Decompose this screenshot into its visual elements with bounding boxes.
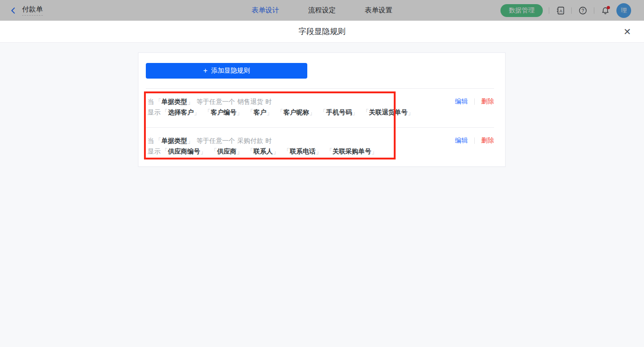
shown-field: 「供应商」 [211, 146, 243, 157]
shown-field: 「联系人」 [247, 146, 279, 157]
topbar: 付款单 表单设计 流程设定 表单设置 数据管理 A ? [0, 0, 644, 21]
divider [549, 7, 549, 14]
operator: 等于任意一个 [196, 98, 235, 105]
bracket: 」 [187, 137, 194, 144]
rule-description: 当「单据类型」等于任意一个采购付款时 显示「供应商编号」「供应商」「联系人」「联… [146, 136, 455, 157]
tab-process-settings[interactable]: 流程设定 [308, 6, 336, 15]
shown-field: 「客户昵称」 [277, 107, 316, 118]
condition-value: 采购付款 [237, 137, 263, 144]
modal-content: + 添加显隐规则 当「单据类型」等于任意一个销售退货时 显示「选择客户」「客户编… [0, 43, 644, 347]
bracket: 」 [187, 98, 194, 105]
back-icon[interactable] [9, 6, 17, 15]
add-rule-button[interactable]: + 添加显隐规则 [146, 63, 307, 79]
data-manage-button[interactable]: 数据管理 [500, 4, 543, 17]
divider [594, 7, 594, 14]
topbar-right: 数据管理 A ? [500, 3, 644, 18]
delete-rule-link[interactable]: 删除 [481, 137, 494, 145]
topbar-left: 付款单 [0, 5, 43, 16]
shown-field: 「客户」 [247, 107, 273, 118]
modal-header: 字段显隐规则 ✕ [0, 21, 644, 43]
shown-field: 「手机号码」 [320, 107, 358, 118]
plus-icon: + [203, 67, 207, 74]
rules-card: + 添加显隐规则 当「单据类型」等于任意一个销售退货时 显示「选择客户」「客户编… [138, 52, 506, 167]
bell-icon[interactable] [600, 6, 610, 16]
avatar[interactable]: 理 [616, 3, 631, 18]
shown-field: 「选择客户」 [161, 107, 200, 118]
when-prefix: 当 [148, 137, 154, 144]
show-prefix: 显示 [148, 108, 161, 116]
rule-description: 当「单据类型」等于任意一个销售退货时 显示「选择客户」「客户编号」「客户」「客户… [146, 97, 455, 118]
shown-field: 「客户编号」 [204, 107, 243, 118]
page: 付款单 表单设计 流程设定 表单设置 数据管理 A ? [0, 0, 644, 347]
shown-fields: 「供应商编号」「供应商」「联系人」「联系电话」「关联采购单号」 [161, 148, 382, 155]
close-icon[interactable]: ✕ [621, 25, 633, 38]
rule-condition-line: 当「单据类型」等于任意一个采购付款时 [148, 136, 455, 146]
rule-item-2: 当「单据类型」等于任意一个采购付款时 显示「供应商编号」「供应商」「联系人」「联… [146, 127, 494, 166]
operator: 等于任意一个 [196, 137, 235, 144]
rule-actions: 编辑 删除 [455, 97, 494, 106]
rule-item-1: 当「单据类型」等于任意一个销售退货时 显示「选择客户」「客户编号」「客户」「客户… [146, 89, 494, 127]
notification-dot [607, 6, 610, 9]
shown-field: 「供应商编号」 [161, 146, 207, 157]
svg-text:?: ? [581, 8, 584, 13]
action-divider [474, 137, 475, 144]
condition-field: 单据类型 [161, 98, 187, 105]
rule-condition-line: 当「单据类型」等于任意一个销售退货时 [148, 97, 455, 107]
condition-value: 销售退货 [237, 98, 263, 105]
tab-form-design[interactable]: 表单设计 [252, 6, 279, 15]
rule-actions: 编辑 删除 [455, 136, 494, 145]
when-suffix: 时 [265, 98, 272, 105]
edit-rule-link[interactable]: 编辑 [455, 137, 468, 145]
bracket: 「 [155, 137, 161, 144]
divider [571, 7, 572, 14]
rule-show-line: 显示「供应商编号」「供应商」「联系人」「联系电话」「关联采购单号」 [148, 146, 455, 157]
contacts-icon[interactable]: A [555, 6, 565, 16]
rule-show-line: 显示「选择客户」「客户编号」「客户」「客户昵称」「手机号码」「关联退货单号」 [148, 107, 455, 118]
svg-text:A: A [559, 8, 563, 13]
when-suffix: 时 [265, 137, 272, 144]
shown-field: 「关联退货单号」 [362, 107, 414, 118]
edit-rule-link[interactable]: 编辑 [455, 97, 468, 106]
modal-title: 字段显隐规则 [299, 26, 345, 37]
form-title[interactable]: 付款单 [22, 5, 43, 16]
action-divider [474, 98, 475, 105]
when-prefix: 当 [148, 98, 154, 105]
shown-fields: 「选择客户」「客户编号」「客户」「客户昵称」「手机号码」「关联退货单号」 [161, 108, 418, 116]
topbar-tabs: 表单设计 流程设定 表单设置 [252, 0, 392, 21]
condition-field: 单据类型 [161, 137, 187, 144]
shown-field: 「联系电话」 [283, 146, 322, 157]
add-rule-label: 添加显隐规则 [211, 67, 250, 75]
show-prefix: 显示 [148, 148, 161, 155]
bracket: 「 [155, 98, 161, 105]
shown-field: 「关联采购单号」 [326, 146, 378, 157]
help-icon[interactable]: ? [578, 6, 588, 16]
delete-rule-link[interactable]: 删除 [481, 97, 494, 106]
tab-form-settings[interactable]: 表单设置 [365, 6, 392, 15]
